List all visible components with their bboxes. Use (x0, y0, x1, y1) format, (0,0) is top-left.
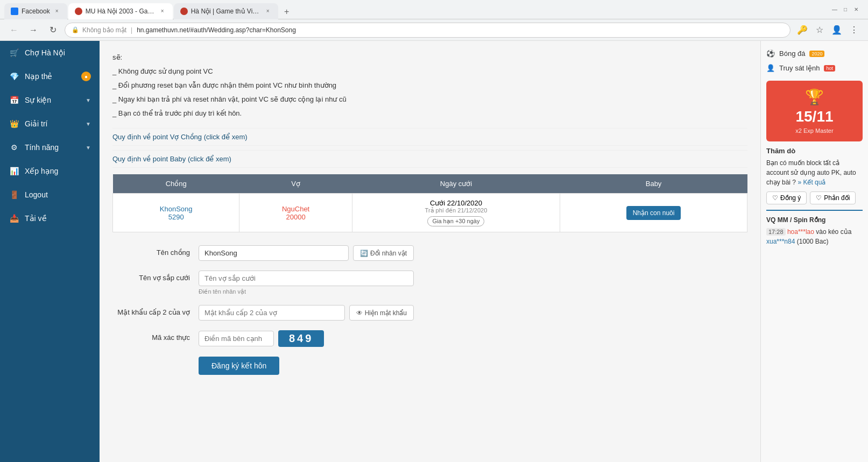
sidebar-label-cho: Chợ Hà Nội (25, 48, 91, 57)
tab-hanoi-game[interactable]: Hà Nội | Game thủ Việt Nam- M... × (174, 3, 278, 19)
promo-label: x2 Exp Master (774, 127, 855, 134)
back-button[interactable]: ← (6, 23, 22, 38)
col-vo: Vợ (239, 174, 352, 194)
nap-the-badge: ● (81, 72, 91, 81)
tab-favicon-hanoi (180, 8, 188, 15)
target-icon: 👤 (766, 64, 775, 72)
logout-icon: 🚪 (9, 189, 19, 200)
sidebar-label-tai-ve: Tải về (25, 214, 91, 223)
captcha-display: 849 (278, 330, 324, 347)
sidebar-item-cho-ha-noi[interactable]: 🛒 Chợ Hà Nội (0, 41, 100, 65)
sidebar-item-giai-tri[interactable]: 👑 Giải trí ▼ (0, 112, 100, 136)
menu-button[interactable]: ⋮ (846, 23, 862, 38)
captcha-label: Mã xác thực (112, 330, 199, 342)
form-group-ten-vo: Tên vợ sắp cưới Điền tên nhân vật (112, 271, 747, 295)
form-group-submit: Đăng ký kết hôn (112, 357, 747, 375)
matkhau-label: Mật khẩu cấp 2 của vợ (112, 305, 199, 316)
tab-label-hanoi: Hà Nội | Game thủ Việt Nam- M... (191, 8, 261, 15)
heart-icon: ♡ (772, 194, 778, 202)
browser-toolbar: ← → ↻ 🔒 Không bảo mật | hn.gamethuvn.net… (0, 19, 868, 41)
gia-han-button[interactable]: Gia hạn +30 ngày (427, 216, 484, 226)
soccer-icon: ⚽ (766, 49, 775, 58)
hien-matkhau-label: Hiện mật khẩu (365, 309, 407, 317)
truy-sat-label: Truy sát lệnh (779, 64, 820, 72)
ket-qua-link[interactable]: » Kết quả (798, 179, 825, 186)
hot-badge: hot (824, 65, 835, 72)
chong-name-link[interactable]: KhonSong (119, 205, 232, 213)
chong-id[interactable]: 5290 (119, 213, 232, 221)
sidebar-item-nap-the[interactable]: 💎 Nạp thẻ ● (0, 65, 100, 88)
ten-chong-label: Tên chồng (112, 245, 199, 257)
download-icon: 📥 (9, 213, 19, 224)
captcha-field: 849 (199, 330, 414, 347)
point-vo-chong-link[interactable]: Quy định về point Vợ Chồng (click để xem… (112, 128, 747, 146)
vq-user1[interactable]: hoa***lao (787, 228, 814, 236)
nhan-con-nuoi-button[interactable]: Nhận con nuôi (626, 206, 681, 220)
address-bar[interactable]: 🔒 Không bảo mật | hn.gamethuvn.net/#auth… (65, 23, 791, 38)
vo-id[interactable]: 20000 (246, 213, 345, 221)
cell-chong: KhonSong 5290 (113, 194, 239, 232)
cell-ngay-cuoi: Cưới 22/10/2020 Trả phí đến 21/12/2020 G… (352, 194, 560, 232)
reload-button[interactable]: ↻ (45, 23, 60, 38)
right-menu-bong-da[interactable]: ⚽ Bóng đá 2020 (766, 46, 863, 61)
tab-close-mu[interactable]: × (159, 8, 166, 15)
sidebar-item-xep-hang[interactable]: 📊 Xếp hạng (0, 159, 100, 183)
sidebar-label-nap: Nạp thẻ (25, 72, 76, 81)
key-icon[interactable]: 🔑 (795, 23, 810, 38)
tab-facebook[interactable]: Facebook × (4, 3, 67, 19)
poll-buttons: ♡ Đồng ý ♡ Phản đối (766, 191, 863, 204)
url-text: hn.gamethuvn.net/#auth/Wedding.asp?char=… (137, 26, 784, 34)
vq-time: 17:28 (766, 228, 786, 236)
diamond-icon: 💎 (9, 71, 19, 82)
calendar-icon: 📅 (9, 95, 19, 105)
heart-outline-icon: ♡ (816, 194, 822, 202)
new-tab-button[interactable]: + (279, 4, 294, 19)
matkhau-field: 👁 Hiện mật khẩu (199, 305, 414, 321)
vo-name-link[interactable]: NguChet (246, 205, 345, 213)
refresh-icon: 🔄 (360, 250, 368, 257)
right-menu-truy-sat-lenh[interactable]: 👤 Truy sát lệnh hot (766, 61, 863, 75)
sidebar-item-tai-ve[interactable]: 📥 Tải về (0, 207, 100, 230)
phan-doi-button[interactable]: ♡ Phản đối (810, 191, 856, 204)
cuoi-date: Cưới 22/10/2020 (359, 199, 553, 207)
phan-doi-label: Phản đối (824, 194, 850, 202)
matkhau-input[interactable] (199, 305, 345, 321)
bong-da-label: Bóng đá (779, 49, 805, 58)
tab-label-mu: MU Hà Nội 2003 - GamethuVN... (86, 8, 156, 15)
info-block: sẽ: _ Không được sử dụng point VC _ Đổi … (112, 52, 747, 119)
security-label: Không bảo mật (82, 26, 126, 34)
form-group-ten-chong: Tên chồng 🔄 Đổi nhân vật (112, 245, 747, 261)
tab-mu-hanoi[interactable]: MU Hà Nội 2003 - GamethuVN... × (68, 3, 173, 19)
account-button[interactable]: 👤 (829, 23, 844, 38)
right-panel: ⚽ Bóng đá 2020 👤 Truy sát lệnh hot 🏆 15/… (760, 41, 868, 462)
doi-nhan-vat-button[interactable]: 🔄 Đổi nhân vật (353, 245, 414, 261)
point-baby-link[interactable]: Quy định về point Baby (click để xem) (112, 150, 747, 168)
ten-chong-input[interactable] (199, 245, 349, 261)
promo-date: 15/11 (774, 108, 855, 125)
dang-ky-ket-hon-button[interactable]: Đăng ký kết hôn (199, 357, 279, 375)
sidebar-item-tinh-nang[interactable]: ⚙ Tính năng ▼ (0, 136, 100, 159)
hien-matkhau-button[interactable]: 👁 Hiện mật khẩu (349, 305, 414, 321)
vq-section: VQ MM / Spin Rồng 17:28 hoa***lao vào ké… (766, 216, 863, 246)
maximize-button[interactable]: □ (842, 6, 849, 13)
vq-user2[interactable]: xua***n84 (766, 238, 795, 245)
tab-close-facebook[interactable]: × (53, 8, 61, 15)
eye-icon: 👁 (356, 309, 363, 317)
ten-vo-input[interactable] (199, 271, 414, 286)
tab-close-hanoi[interactable]: × (264, 8, 272, 15)
doi-nhan-vat-label: Đổi nhân vật (370, 250, 407, 257)
sidebar-label-su-kien: Sự kiện (25, 96, 80, 104)
tab-favicon-mu (75, 8, 82, 15)
sidebar-item-su-kien[interactable]: 📅 Sự kiện ▼ (0, 88, 100, 112)
minimize-button[interactable]: — (831, 6, 838, 13)
table-row: KhonSong 5290 NguChet 20000 Cưới 22/10/2… (113, 194, 747, 232)
captcha-input[interactable] (199, 331, 274, 346)
close-window-button[interactable]: ✕ (853, 6, 859, 13)
poll-section: Thăm dò Bạn có muốn block tất cả account… (766, 147, 863, 204)
ten-chong-field: 🔄 Đổi nhân vật (199, 245, 414, 261)
forward-button[interactable]: → (26, 23, 41, 38)
dong-y-button[interactable]: ♡ Đồng ý (766, 191, 807, 204)
info-line-0: sẽ: (112, 52, 747, 63)
sidebar-item-logout[interactable]: 🚪 Logout (0, 183, 100, 207)
star-button[interactable]: ☆ (812, 23, 827, 38)
